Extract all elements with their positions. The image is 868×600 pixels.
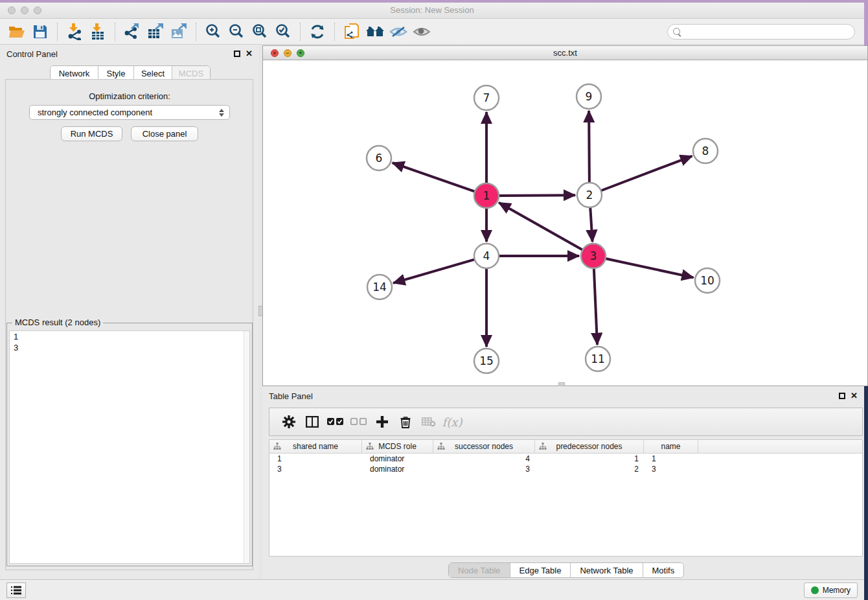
result-line: 1 [10,331,249,342]
select-all-columns-icon[interactable] [324,411,347,433]
edge-4-14[interactable] [393,259,475,283]
criterion-value: strongly connected component [38,108,152,117]
edge-2-8[interactable] [601,156,692,190]
cell-mcds-role: dominator [362,454,433,463]
edge-1-6[interactable] [393,163,475,191]
cell-name: 3 [644,465,698,474]
criterion-select[interactable]: strongly connected component [29,105,230,120]
zoom-fit-icon[interactable] [248,21,271,42]
edge-1-2[interactable] [499,195,575,196]
table-header-row: shared name MCDS role successor nodes pr… [269,440,862,454]
delete-column-icon[interactable] [394,411,417,433]
delete-table-icon[interactable] [417,411,440,433]
edge-3-10[interactable] [606,259,694,277]
table-row[interactable]: 3 dominator 3 2 3 [269,464,862,474]
task-history-button[interactable] [6,583,26,598]
export-image-icon[interactable] [167,21,190,42]
network-frame-titlebar[interactable]: × − + scc.txt [263,46,867,60]
window-frame-accent-right [864,3,868,45]
network-canvas[interactable]: 7968124314101511 [263,60,867,386]
cell-successor-nodes: 4 [433,454,535,463]
mcds-result-group: MCDS result (2 nodes) 1 3 [6,323,253,566]
edge-3-11[interactable] [594,268,597,345]
column-header-shared-name[interactable]: shared name [269,440,362,453]
hide-selected-eye-icon[interactable] [387,21,410,42]
open-session-icon[interactable] [5,21,29,42]
network-from-file-icon[interactable] [340,21,363,42]
tab-edge-table[interactable]: Edge Table [510,563,571,577]
result-scrollbar[interactable] [244,331,249,563]
node-table[interactable]: shared name MCDS role successor nodes pr… [269,439,863,557]
toolbar-separator [334,23,335,41]
memory-button[interactable]: Memory [804,583,858,598]
refresh-icon[interactable] [306,21,329,42]
show-column-panel-icon[interactable] [301,411,324,433]
export-table-icon[interactable] [144,21,167,42]
home-icon[interactable] [363,21,387,42]
table-panel: Table Panel ✕ [262,386,864,579]
memory-status-icon [811,586,819,594]
tab-select[interactable]: Select [133,66,172,80]
edge-2-3[interactable] [590,207,592,242]
float-panel-icon[interactable] [234,51,240,57]
run-mcds-button[interactable]: Run MCDS [61,126,122,141]
show-all-eye-icon[interactable] [410,21,433,42]
table-settings-gear-icon[interactable] [277,411,301,433]
cell-shared-name: 3 [269,465,362,474]
zoom-out-icon[interactable] [225,21,248,42]
main-toolbar [0,19,864,45]
tab-network[interactable]: Network [51,66,98,80]
zoom-selected-icon[interactable] [271,21,295,42]
tab-motifs[interactable]: Motifs [643,563,684,577]
node-label-2: 2 [586,189,593,202]
float-table-panel-icon[interactable] [839,393,845,399]
create-column-icon[interactable] [371,411,394,433]
tab-style[interactable]: Style [98,66,133,80]
column-header-name[interactable]: name [644,440,698,453]
cell-predecessor-nodes: 1 [535,454,644,463]
edge-2-9[interactable] [589,111,589,183]
export-network-icon[interactable] [120,21,144,42]
import-network-icon[interactable] [63,21,86,42]
toolbar-separator [115,23,115,41]
node-label-15: 15 [479,354,494,367]
cell-shared-name: 1 [269,454,362,463]
tab-mcds[interactable]: MCDS [172,66,210,80]
memory-label: Memory [823,586,851,595]
search-icon [673,28,680,35]
import-table-icon[interactable] [86,21,109,42]
status-bar: Memory [0,579,864,600]
search-input[interactable] [684,27,849,37]
node-label-1: 1 [483,189,490,202]
close-table-panel-icon[interactable]: ✕ [851,392,858,400]
desktop-background [864,384,868,600]
network-graph[interactable]: 7968124314101511 [263,60,867,386]
toolbar-separator [300,23,301,41]
toolbar-separator [196,23,196,41]
deselect-all-columns-icon[interactable] [347,411,371,433]
cell-predecessor-nodes: 2 [535,465,644,474]
save-session-icon[interactable] [29,21,52,42]
column-header-predecessor-nodes[interactable]: predecessor nodes [535,440,644,453]
mcds-result-textarea[interactable]: 1 3 [9,330,250,564]
network-view-frame: × − + scc.txt 7968124314101511 [262,45,868,386]
toolbar-separator [57,23,58,41]
node-label-6: 6 [376,152,383,165]
edge-3-1[interactable] [499,203,582,250]
tab-node-table[interactable]: Node Table [449,563,510,577]
cell-successor-nodes: 3 [433,465,535,474]
zoom-in-icon[interactable] [201,21,225,42]
close-panel-button[interactable]: Close panel [131,126,198,141]
node-label-14: 14 [372,281,387,294]
cell-mcds-role: dominator [362,465,433,474]
column-header-successor-nodes[interactable]: successor nodes [433,440,535,453]
window-title: Session: New Session [0,5,864,15]
titlebar[interactable]: Session: New Session [0,3,864,19]
tab-network-table[interactable]: Network Table [570,563,642,577]
cell-name: 1 [644,454,698,463]
close-panel-icon[interactable]: ✕ [246,50,253,58]
table-row[interactable]: 1 dominator 4 1 1 [269,454,862,464]
column-header-mcds-role[interactable]: MCDS role [362,440,433,453]
search-field[interactable] [667,24,855,40]
node-label-9: 9 [586,90,593,103]
